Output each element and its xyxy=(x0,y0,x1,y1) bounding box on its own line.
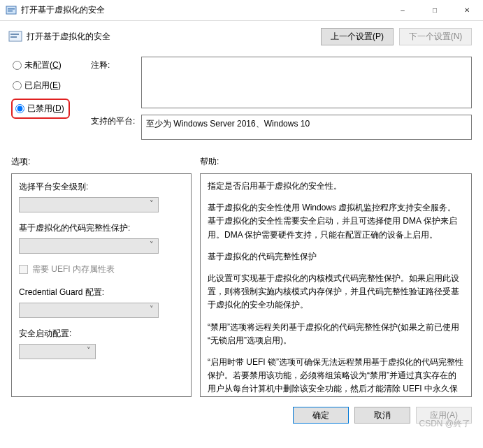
options-panel[interactable]: 选择平台安全级别: 基于虚拟化的代码完整性保护: 需要 UEFI 内存属性表 C… xyxy=(11,173,192,397)
svg-rect-5 xyxy=(10,36,17,38)
comment-label: 注释: xyxy=(91,59,138,115)
window-title: 打开基于虚拟化的安全 xyxy=(21,4,387,16)
lower-panels: 选择平台安全级别: 基于虚拟化的代码完整性保护: 需要 UEFI 内存属性表 C… xyxy=(11,173,472,397)
field-values xyxy=(141,54,472,142)
radio-enabled-input[interactable] xyxy=(13,81,22,90)
svg-rect-2 xyxy=(8,10,13,12)
cancel-button[interactable]: 取消 xyxy=(354,407,410,424)
supported-on-box xyxy=(141,115,472,140)
minimize-button[interactable]: – xyxy=(387,0,419,21)
radio-enabled[interactable]: 已启用(E) xyxy=(11,80,88,92)
svg-rect-4 xyxy=(10,34,19,35)
window-buttons: – □ ✕ xyxy=(387,0,483,21)
radio-not-configured-label: 未配置(C) xyxy=(24,59,62,71)
help-panel[interactable]: 指定是否启用基于虚拟化的安全性。 基于虚拟化的安全性使用 Windows 虚拟机… xyxy=(200,173,472,397)
radio-disabled[interactable]: 已禁用(D) xyxy=(11,99,70,119)
svg-rect-1 xyxy=(8,8,15,10)
radio-not-configured[interactable]: 未配置(C) xyxy=(11,59,88,71)
radio-not-configured-input[interactable] xyxy=(13,61,22,70)
opt-secure-launch-select[interactable] xyxy=(19,344,96,359)
svg-rect-0 xyxy=(6,6,16,14)
radio-disabled-label: 已禁用(D) xyxy=(27,103,64,115)
close-button[interactable]: ✕ xyxy=(451,0,483,21)
help-p2: 基于虚拟化的安全性使用 Windows 虚拟机监控程序支持安全服务。基于虚拟化的… xyxy=(208,201,464,242)
previous-setting-button[interactable]: 上一个设置(P) xyxy=(321,28,394,45)
state-and-fields: 未配置(C) 已启用(E) 已禁用(D) 注释: 支持的平台: xyxy=(11,54,472,142)
help-p6: “启用时带 UEFI 锁”选项可确保无法远程禁用基于虚拟化的代码完整性保护。若要… xyxy=(208,356,464,397)
state-radios: 未配置(C) 已启用(E) 已禁用(D) xyxy=(11,54,88,142)
policy-title: 打开基于虚拟化的安全 xyxy=(27,31,315,43)
policy-icon xyxy=(6,5,17,16)
policy-header: 打开基于虚拟化的安全 上一个设置(P) 下一个设置(N) xyxy=(0,21,483,54)
opt-uefi-label: 需要 UEFI 内存属性表 xyxy=(32,263,115,275)
platform-label: 支持的平台: xyxy=(91,115,138,127)
apply-button: 应用(A) xyxy=(416,407,472,424)
comment-textarea[interactable] xyxy=(141,57,472,108)
checkbox-icon xyxy=(19,265,28,274)
next-setting-button: 下一个设置(N) xyxy=(399,28,472,45)
radio-enabled-label: 已启用(E) xyxy=(24,80,61,92)
opt-platform-security-select[interactable] xyxy=(19,197,159,212)
opt-platform-security-label: 选择平台安全级别: xyxy=(19,181,184,193)
opt-secure-launch-label: 安全启动配置: xyxy=(19,328,184,340)
opt-credential-guard-label: Credential Guard 配置: xyxy=(19,287,184,298)
opt-code-integrity-select[interactable] xyxy=(19,238,159,254)
radio-disabled-input[interactable] xyxy=(15,104,24,113)
ok-button[interactable]: 确定 xyxy=(293,407,349,424)
options-section-label: 选项: xyxy=(11,156,200,168)
maximize-button[interactable]: □ xyxy=(419,0,451,21)
opt-credential-guard-select[interactable] xyxy=(19,303,159,318)
policy-header-icon xyxy=(8,30,22,44)
help-p5: “禁用”选项将远程关闭基于虚拟化的代码完整性保护(如果之前已使用“无锁启用”选项… xyxy=(208,321,464,347)
field-labels: 注释: 支持的平台: xyxy=(91,54,138,142)
help-p3: 基于虚拟化的代码完整性保护 xyxy=(208,250,464,263)
section-labels: 选项: 帮助: xyxy=(11,156,472,168)
help-p4: 此设置可实现基于虚拟化的内核模式代码完整性保护。如果启用此设置，则将强制实施内核… xyxy=(208,272,464,312)
titlebar: 打开基于虚拟化的安全 – □ ✕ xyxy=(0,0,483,21)
help-section-label: 帮助: xyxy=(200,156,472,168)
dialog-footer: 确定 取消 应用(A) xyxy=(0,397,483,424)
opt-code-integrity-label: 基于虚拟化的代码完整性保护: xyxy=(19,222,184,234)
help-p1: 指定是否启用基于虚拟化的安全性。 xyxy=(208,180,464,193)
opt-uefi-checkbox[interactable]: 需要 UEFI 内存属性表 xyxy=(19,263,184,275)
